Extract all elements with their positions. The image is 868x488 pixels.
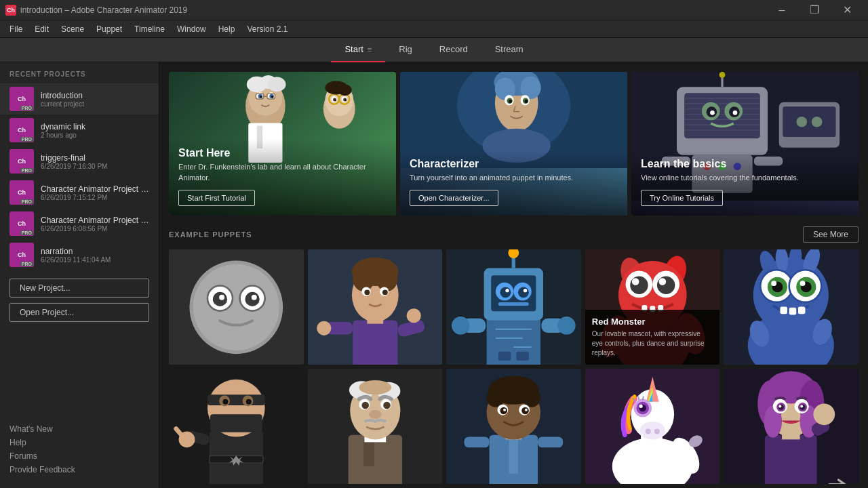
new-project-button[interactable]: New Project... <box>9 279 149 298</box>
content: Start Here Enter Dr. Funkenstein's lab a… <box>159 62 868 488</box>
svg-point-9 <box>260 96 262 98</box>
projects-list: ChPROintroductioncurrent projectChPROdyn… <box>0 83 159 270</box>
puppet-card-red-monster[interactable]: Red Monster Our lovable mascot, with exp… <box>585 249 720 365</box>
svg-point-192 <box>487 390 505 407</box>
puppet-card-boy[interactable]: Boy <box>446 369 581 484</box>
puppet-card-ninja[interactable]: Ninja <box>169 369 304 484</box>
project-name: narration <box>41 247 149 256</box>
hero-card-start-here: Start Here Enter Dr. Funkenstein's lab a… <box>169 72 396 216</box>
svg-point-89 <box>364 290 370 296</box>
project-icon: ChPRO <box>9 180 34 205</box>
try-online-tutorials-button[interactable]: Try Online Tutorials <box>641 190 723 206</box>
nav-tab-record[interactable]: Record <box>426 38 481 62</box>
project-sub: current project <box>41 100 149 108</box>
svg-point-117 <box>452 317 469 335</box>
svg-point-165 <box>222 399 228 405</box>
hero-card-1-title: Start Here <box>178 147 387 159</box>
project-sub: 6/26/2019 6:08:56 PM <box>41 225 149 232</box>
project-item-4[interactable]: ChPROCharacter Animator Project 166/26/2… <box>0 208 159 239</box>
svg-point-118 <box>557 317 575 335</box>
project-icon: ChPRO <box>9 87 34 111</box>
titlebar: Ch introduction – Adobe Character Animat… <box>0 0 868 20</box>
puppet-card-teen-boy[interactable]: Teen Boy <box>308 249 443 365</box>
menu-item-file[interactable]: File <box>4 22 28 36</box>
navbar: Start≡RigRecordStream <box>0 38 868 62</box>
hero-card-1-desc: Enter Dr. Funkenstein's lab and learn al… <box>178 162 387 183</box>
svg-point-94 <box>406 309 420 323</box>
project-item-0[interactable]: ChPROintroductioncurrent project <box>0 83 159 115</box>
puppet-1-name: Gray Circle <box>176 336 297 346</box>
svg-point-131 <box>658 279 666 286</box>
minimize-button[interactable]: – <box>766 0 797 20</box>
puppet-card-gray-circle[interactable]: Gray Circle Simple face puppet <box>169 249 304 365</box>
svg-point-70 <box>812 117 823 127</box>
puppet-card-unicorn[interactable]: Unicorn <box>585 369 720 484</box>
sidebar-links: What's NewHelpForumsProvide Feedback <box>0 419 159 480</box>
titlebar-controls: – ❐ ✕ <box>766 0 863 20</box>
svg-rect-45 <box>684 93 760 138</box>
svg-point-10 <box>271 96 273 98</box>
svg-rect-162 <box>210 415 262 432</box>
nav-tab-start[interactable]: Start≡ <box>331 38 385 62</box>
sidebar-link-provide-feedback[interactable]: Provide Feedback <box>9 465 149 474</box>
close-button[interactable]: ✕ <box>831 0 863 20</box>
project-name: introduction <box>41 91 149 100</box>
project-item-5[interactable]: ChPROnarration6/26/2019 11:41:04 AM <box>0 239 159 270</box>
nav-tab-rig[interactable]: Rig <box>385 38 426 62</box>
svg-rect-201 <box>538 437 563 448</box>
project-icon: ChPRO <box>9 149 34 174</box>
svg-point-85 <box>353 266 374 291</box>
svg-point-86 <box>376 266 397 291</box>
menu-item-timeline[interactable]: Timeline <box>129 22 170 36</box>
svg-point-199 <box>525 409 528 411</box>
svg-rect-155 <box>789 308 797 315</box>
project-icon: ChPRO <box>9 118 34 142</box>
puppet-card-old-man[interactable]: Old Man <box>308 369 443 484</box>
project-icon: ChPRO <box>9 243 34 267</box>
nav-tab-stream[interactable]: Stream <box>481 38 537 62</box>
puppet-4-name: Red Monster <box>592 317 713 327</box>
svg-point-152 <box>772 281 777 287</box>
sidebar-link-forums[interactable]: Forums <box>9 451 149 461</box>
svg-point-247 <box>779 405 782 408</box>
svg-rect-68 <box>783 106 835 137</box>
hero-card-2-desc: Turn yourself into an animated puppet in… <box>410 173 618 183</box>
puppets-section-title: EXAMPLE PUPPETS <box>169 230 252 239</box>
menu-item-scene[interactable]: Scene <box>56 22 90 36</box>
puppet-2-name: Teen Boy <box>315 345 436 355</box>
svg-point-184 <box>383 402 391 409</box>
puppet-card-blue-monster[interactable]: Blue Monster <box>724 249 859 365</box>
project-name: Character Animator Project 17 <box>41 184 149 194</box>
svg-point-78 <box>219 294 224 300</box>
svg-point-183 <box>361 402 369 409</box>
menu-item-window[interactable]: Window <box>172 22 212 36</box>
maximize-button[interactable]: ❐ <box>799 0 830 20</box>
puppet-card-purple-woman[interactable]: Purple Woman <box>724 369 859 484</box>
see-more-button[interactable]: See More <box>803 226 859 243</box>
sidebar-link-help[interactable]: Help <box>9 438 149 447</box>
svg-point-250 <box>814 404 835 426</box>
hamburger-icon: ≡ <box>368 45 372 54</box>
title-text: introduction – Adobe Character Animator … <box>20 5 187 15</box>
hero-card-3-content: Learn the basics View online tutorials c… <box>631 150 859 216</box>
menu-item-edit[interactable]: Edit <box>29 22 54 36</box>
menu-item-puppet[interactable]: Puppet <box>91 22 127 36</box>
svg-point-130 <box>632 279 639 286</box>
sidebar-link-what's-new[interactable]: What's New <box>9 424 149 434</box>
project-item-1[interactable]: ChPROdynamic link2 hours ago <box>0 115 159 146</box>
start-first-tutorial-button[interactable]: Start First Tutorial <box>178 190 255 206</box>
menu-item-help[interactable]: Help <box>213 22 241 36</box>
svg-point-128 <box>630 277 648 294</box>
puppet-card-robot[interactable]: Robot <box>446 249 581 365</box>
svg-rect-154 <box>781 307 788 314</box>
svg-point-198 <box>503 409 506 411</box>
project-item-3[interactable]: ChPROCharacter Animator Project 176/26/2… <box>0 177 159 208</box>
project-item-2[interactable]: ChPROtriggers-final6/26/2019 7:16:30 PM <box>0 146 159 177</box>
open-project-button[interactable]: Open Project... <box>9 303 149 322</box>
open-characterizer-button[interactable]: Open Characterizer... <box>410 190 498 206</box>
svg-line-229 <box>643 396 644 400</box>
menu-item-version-2.1[interactable]: Version 2.1 <box>241 22 293 36</box>
puppet-9-name: Unicorn <box>592 464 713 474</box>
svg-point-153 <box>800 281 806 287</box>
svg-point-4 <box>268 77 286 92</box>
